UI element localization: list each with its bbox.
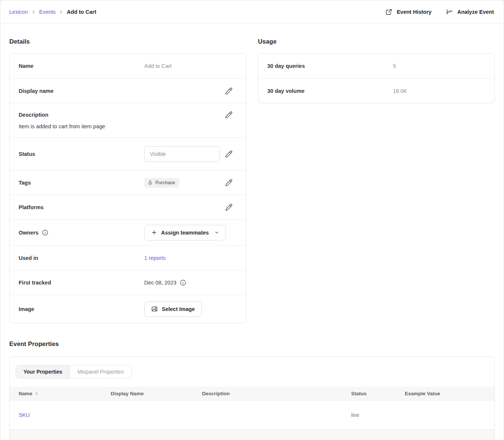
first-tracked-label: First tracked bbox=[19, 280, 144, 286]
chevron-right-icon bbox=[59, 10, 63, 14]
tags-label: Tags bbox=[19, 180, 144, 186]
external-link-icon bbox=[385, 8, 393, 16]
event-history-button[interactable]: Event History bbox=[385, 8, 431, 16]
usage-row-volume: 30 day volume 16.0K bbox=[258, 78, 494, 103]
details-card: Name Add to Cart Display name bbox=[9, 53, 246, 323]
event-properties-title: Event Properties bbox=[9, 340, 495, 348]
column-header-description: Description bbox=[202, 391, 351, 396]
column-name-label: Name bbox=[19, 391, 32, 396]
svg-text:$: $ bbox=[150, 182, 151, 184]
pencil-icon bbox=[225, 179, 233, 186]
column-header-status: Status bbox=[351, 391, 405, 396]
breadcrumb-current-event: Add to Cart bbox=[67, 9, 96, 15]
detail-row-owners: Owners bbox=[10, 219, 246, 245]
description-text: Item is added to cart from item page bbox=[19, 123, 237, 129]
info-circle-icon bbox=[42, 229, 48, 236]
event-properties-card: Your Properties Mixpanel Properties Name… bbox=[9, 356, 495, 440]
owners-label: Owners bbox=[19, 230, 38, 236]
detail-row-display-name: Display name bbox=[10, 78, 246, 103]
detail-row-tags: Tags $ Purchase bbox=[10, 170, 246, 195]
sort-arrows-icon bbox=[35, 392, 39, 396]
image-label: Image bbox=[19, 306, 144, 312]
property-link-sku[interactable]: SKU bbox=[19, 412, 30, 418]
event-properties-section: Event Properties Your Properties Mixpane… bbox=[9, 340, 495, 440]
select-image-label: Select Image bbox=[162, 306, 195, 312]
used-in-label: Used in bbox=[19, 255, 144, 261]
owners-info-button[interactable] bbox=[42, 229, 48, 236]
edit-description-button[interactable] bbox=[224, 110, 233, 119]
detail-row-description: Description Item is added to cart from i… bbox=[10, 103, 246, 137]
tab-your-properties[interactable]: Your Properties bbox=[16, 365, 70, 378]
pencil-icon bbox=[225, 150, 233, 158]
used-in-reports-link[interactable]: 1 reports bbox=[144, 255, 166, 261]
breadcrumb-lexicon-link[interactable]: Lexicon bbox=[9, 9, 28, 15]
edit-platforms-button[interactable] bbox=[224, 203, 233, 212]
details-section: Details Name Add to Cart Display name bbox=[9, 38, 246, 323]
detail-row-status: Status bbox=[10, 137, 246, 170]
lexicon-event-detail-page: Lexicon Events Add to Cart Event History bbox=[0, 0, 504, 440]
edit-display-name-button[interactable] bbox=[224, 87, 233, 95]
header-actions: Event History Analyze Event bbox=[385, 8, 494, 16]
property-row-sku[interactable]: SKU live bbox=[10, 400, 494, 429]
edit-status-button[interactable] bbox=[224, 150, 233, 158]
detail-row-image: Image Select Image bbox=[10, 295, 246, 323]
plus-icon bbox=[151, 229, 157, 236]
image-icon bbox=[151, 305, 158, 312]
usage-section: Usage 30 day queries 5 30 day volume 16.… bbox=[258, 38, 495, 323]
column-header-display-name: Display Name bbox=[111, 391, 202, 396]
assign-teammates-button[interactable]: Assign teammates bbox=[144, 225, 226, 241]
pencil-icon bbox=[225, 87, 233, 95]
name-label: Name bbox=[19, 63, 144, 69]
usage-title: Usage bbox=[258, 38, 495, 45]
detail-row-first-tracked: First tracked Dec 08, 2023 bbox=[10, 270, 246, 295]
tag-chip-purchase: $ Purchase bbox=[144, 178, 179, 188]
info-circle-icon bbox=[180, 279, 186, 286]
breadcrumb: Lexicon Events Add to Cart bbox=[9, 9, 96, 15]
status-label: Status bbox=[19, 151, 144, 157]
chevron-down-icon bbox=[214, 230, 219, 235]
page-header: Lexicon Events Add to Cart Event History bbox=[0, 0, 504, 23]
event-history-label: Event History bbox=[397, 9, 431, 15]
volume-label: 30 day volume bbox=[267, 88, 393, 94]
usage-card: 30 day queries 5 30 day volume 16.0K bbox=[258, 53, 495, 103]
queries-label: 30 day queries bbox=[267, 63, 393, 69]
breadcrumb-events-link[interactable]: Events bbox=[39, 9, 56, 15]
details-title: Details bbox=[9, 38, 246, 45]
detail-row-name: Name Add to Cart bbox=[10, 54, 246, 78]
name-value: Add to Cart bbox=[144, 63, 237, 69]
line-chart-icon bbox=[446, 8, 453, 16]
properties-table: Name Display Name Description Status Exa… bbox=[10, 387, 494, 440]
chevron-right-icon bbox=[31, 10, 36, 14]
detail-row-used-in: Used in 1 reports bbox=[10, 245, 246, 270]
pencil-icon bbox=[225, 204, 233, 211]
volume-value: 16.0K bbox=[393, 88, 485, 94]
first-tracked-value: Dec 08, 2023 bbox=[144, 280, 176, 286]
assign-teammates-label: Assign teammates bbox=[161, 230, 209, 236]
properties-table-header: Name Display Name Description Status Exa… bbox=[10, 387, 494, 400]
usage-row-queries: 30 day queries 5 bbox=[258, 54, 494, 78]
analyze-event-button[interactable]: Analyze Event bbox=[446, 8, 494, 16]
tag-chip-label: Purchase bbox=[155, 180, 175, 185]
properties-tab-group: Your Properties Mixpanel Properties bbox=[16, 365, 132, 378]
money-bag-icon: $ bbox=[148, 180, 153, 185]
property-row-scroll-pct[interactable]: Scroll % live bbox=[10, 429, 494, 440]
analyze-event-label: Analyze Event bbox=[457, 9, 494, 15]
status-input[interactable] bbox=[144, 146, 220, 162]
description-label: Description bbox=[19, 112, 224, 118]
detail-row-platforms: Platforms bbox=[10, 195, 246, 219]
pencil-icon bbox=[225, 111, 233, 119]
property-status: live bbox=[351, 412, 405, 418]
queries-value: 5 bbox=[393, 63, 485, 69]
display-name-label: Display name bbox=[19, 88, 144, 94]
column-header-example-value: Example Value bbox=[405, 391, 485, 396]
edit-tags-button[interactable] bbox=[224, 178, 233, 187]
column-header-name[interactable]: Name bbox=[19, 391, 111, 396]
first-tracked-info-button[interactable] bbox=[180, 279, 186, 286]
tab-mixpanel-properties[interactable]: Mixpanel Properties bbox=[70, 365, 131, 378]
select-image-button[interactable]: Select Image bbox=[144, 301, 202, 317]
platforms-label: Platforms bbox=[19, 204, 144, 210]
